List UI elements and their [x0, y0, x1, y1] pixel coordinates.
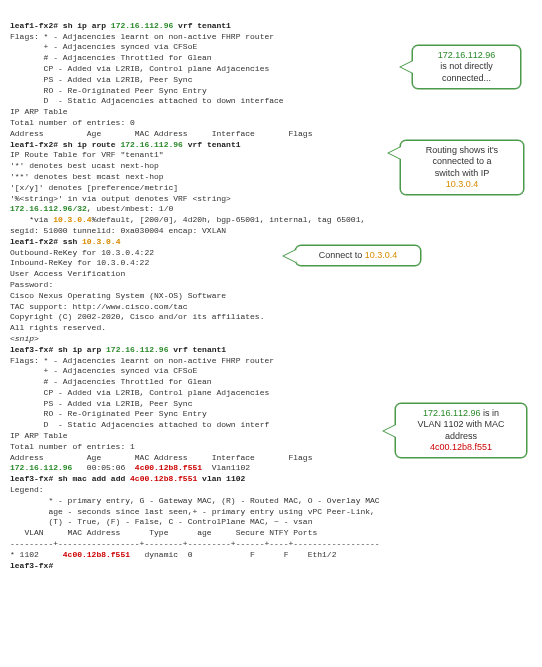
mac-dash: ---------+-----------------+--------+---… [10, 539, 380, 548]
ssh-out: Outbound-ReKey for 10.3.0.4:22 [10, 248, 154, 257]
callout-not-connected: 172.16.112.96 is not directly connected.… [412, 45, 521, 89]
callout-text: 172.16.112.96 [438, 50, 496, 60]
arp-cols: Address Age MAC Address Interface Flags [10, 453, 312, 462]
cmd-sh-mac: sh mac add add [58, 474, 125, 483]
ip-nexthop: 10.3.0.4 [53, 215, 91, 224]
copyright: Copyright (C) 2002-2020, Cisco and/or it… [10, 312, 264, 321]
flag-line: # - Adjacencies Throttled for Glean [10, 377, 212, 386]
mac-legend: Legend: [10, 485, 44, 494]
mac-address: 4c00.12b8.f551 [135, 463, 202, 472]
cmd-vrf: vrf tenant1 [178, 21, 231, 30]
callout-text: Connect to [319, 250, 365, 260]
flag-line: + - Adjacencies synced via CFSoE [10, 42, 197, 51]
prompt: leaf3-fx# [10, 345, 53, 354]
route-title: IP Route Table for VRF "tenant1" [10, 150, 164, 159]
callout-text: switch with IP [435, 168, 490, 178]
callout-text: 4c00.12b8.f551 [430, 442, 492, 452]
arp-row-age: 00:05:06 [72, 463, 134, 472]
callout-text: 10.3.0.4 [365, 250, 398, 260]
prompt: leaf1-fx2# [10, 21, 58, 30]
callout-text: connected to a [432, 156, 491, 166]
ip-target: 172.16.112.96 [106, 345, 168, 354]
mac-address: 4c00.12b8.f551 [130, 474, 197, 483]
cmd-vrf: vrf tenant1 [188, 140, 241, 149]
ip-target: 172.16.112.96 [10, 463, 72, 472]
route-note: '[x/y]' denotes [preference/metric] [10, 183, 178, 192]
cmd-sh-ip-route: sh ip route [63, 140, 116, 149]
mac-row-post: dynamic 0 F F Eth1/2 [130, 550, 336, 559]
route-ubest: , ubest/mbest: 1/0 [87, 204, 173, 213]
flag-line: D - Static Adjacencies attached to down … [10, 96, 284, 105]
ip-target: 172.16.112.96 [120, 140, 182, 149]
terminal-output: leaf1-fx2# sh ip arp 172.16.112.96 vrf t… [10, 10, 532, 571]
callout-text: connected... [442, 73, 491, 83]
ip-target-mask: 172.16.112.96/32 [10, 204, 87, 213]
callout-routing: Routing shows it's connected to a switch… [400, 140, 524, 195]
flag-line: PS - Added via L2RIB, Peer Sync [10, 75, 192, 84]
cmd-sh-ip-arp: sh ip arp [63, 21, 106, 30]
tac-banner: TAC support: http://www.cisco.com/tac [10, 302, 188, 311]
mac-cols: VLAN MAC Address Type age Secure NTFY Po… [10, 528, 317, 537]
flag-line: Flags: * - Adjacencies learnt on non-act… [10, 356, 274, 365]
callout-text: address [445, 431, 477, 441]
flag-line: RO - Re-Originated Peer Sync Entry [10, 409, 207, 418]
arp-row-if: Vlan1102 [202, 463, 250, 472]
arp-entries: Total number of entries: 1 [10, 442, 135, 451]
arp-table-title: IP ARP Table [10, 431, 68, 440]
route-segid: segid: 51000 tunnelid: 0xa030004 encap: … [10, 226, 226, 235]
cmd-sh-ip-arp: sh ip arp [58, 345, 101, 354]
arp-table-title: IP ARP Table [10, 107, 68, 116]
flag-line: CP - Added via L2RIB, Control plane Adja… [10, 388, 269, 397]
flag-line: RO - Re-Originated Peer Sync Entry [10, 86, 207, 95]
callout-text: VLAN 1102 with MAC [417, 419, 504, 429]
cmd-ssh: ssh [63, 237, 77, 246]
cmd-vlan: vlan 1102 [202, 474, 245, 483]
callout-text: is not directly [440, 61, 493, 71]
callout-text: Routing shows it's [426, 145, 498, 155]
flag-line: CP - Added via L2RIB, Control plane Adja… [10, 64, 269, 73]
nxos-banner: Cisco Nexus Operating System (NX-OS) Sof… [10, 291, 226, 300]
prompt: leaf3-fx# [10, 561, 53, 570]
prompt: leaf1-fx2# [10, 140, 58, 149]
mac-address: 4c00.12b8.f551 [63, 550, 130, 559]
callout-text: 172.16.112.96 [423, 408, 481, 418]
ip-target: 172.16.112.96 [111, 21, 173, 30]
callout-vlan-mac: 172.16.112.96 is in VLAN 1102 with MAC a… [395, 403, 527, 458]
mac-row-pre: * 1102 [10, 550, 63, 559]
route-note: '%<string>' in via output denotes VRF <s… [10, 194, 231, 203]
mac-legend-line: * - primary entry, G - Gateway MAC, (R) … [10, 496, 380, 505]
route-via-pre: *via [10, 215, 53, 224]
cmd-vrf: vrf tenant1 [173, 345, 226, 354]
route-note: '*' denotes best ucast next-hop [10, 161, 159, 170]
flag-line: PS - Added via L2RIB, Peer Sync [10, 399, 192, 408]
mac-legend-line: (T) - True, (F) - False, C - ControlPlan… [10, 517, 312, 526]
ssh-in: Inbound-ReKey for 10.3.0.4:22 [10, 258, 149, 267]
route-via-post: %default, [200/0], 4d20h, bgp-65001, int… [92, 215, 366, 224]
snip: <snip> [10, 334, 39, 343]
ip-nexthop: 10.3.0.4 [82, 237, 120, 246]
route-note: '**' denotes best mcast next-hop [10, 172, 164, 181]
callout-text: 10.3.0.4 [446, 179, 479, 189]
rights: All rights reserved. [10, 323, 106, 332]
callout-text: is in [481, 408, 500, 418]
arp-entries: Total number of entries: 0 [10, 118, 135, 127]
flag-line: + - Adjacencies synced via CFSoE [10, 366, 197, 375]
uav: User Access Verification [10, 269, 125, 278]
password-prompt: Password: [10, 280, 53, 289]
callout-connect: Connect to 10.3.0.4 [295, 245, 421, 266]
prompt: leaf3-fx# [10, 474, 53, 483]
mac-legend-line: age - seconds since last seen,+ - primar… [10, 507, 375, 516]
flag-line: D - Static Adjacencies attached to down … [10, 420, 269, 429]
arp-cols: Address Age MAC Address Interface Flags [10, 129, 312, 138]
prompt: leaf1-fx2# [10, 237, 58, 246]
flag-line: # - Adjacencies Throttled for Glean [10, 53, 212, 62]
flag-line: Flags: * - Adjacencies learnt on non-act… [10, 32, 274, 41]
